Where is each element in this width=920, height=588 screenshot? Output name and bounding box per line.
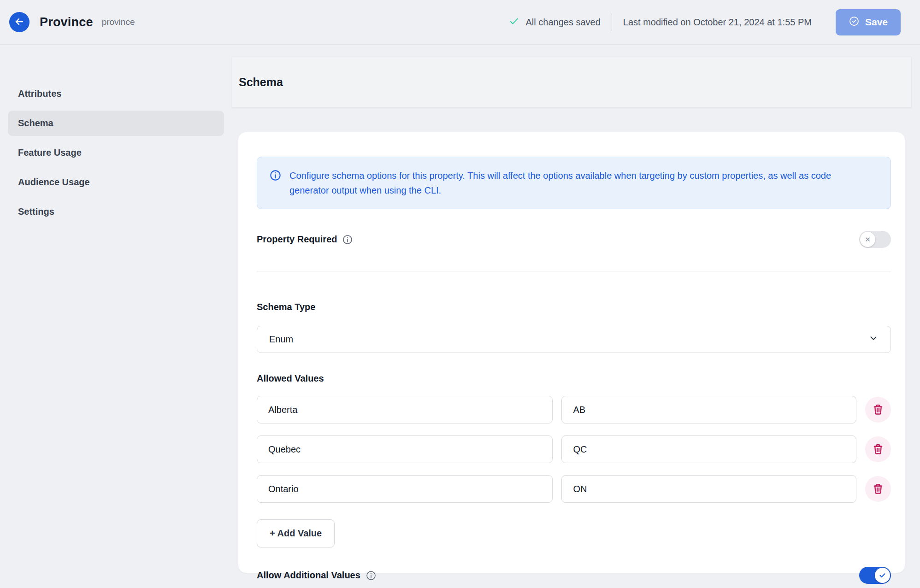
allowed-value-row bbox=[257, 396, 891, 423]
section-titlebar: Schema bbox=[232, 57, 912, 107]
value-name-input[interactable] bbox=[257, 396, 553, 423]
info-circle-icon bbox=[269, 169, 282, 198]
check-icon bbox=[508, 16, 519, 29]
allow-additional-label: Allow Additional Values bbox=[257, 570, 360, 581]
trash-icon bbox=[872, 403, 885, 417]
value-code-input[interactable] bbox=[561, 475, 856, 503]
toggle-knob: ✕ bbox=[875, 568, 890, 583]
schema-type-value: Enum bbox=[269, 334, 293, 345]
add-value-button[interactable]: + Add Value bbox=[257, 519, 335, 547]
sidebar-item-audience-usage[interactable]: Audience Usage bbox=[8, 170, 224, 195]
toggle-knob: ✕ bbox=[860, 232, 875, 247]
schema-card: Configure schema options for this proper… bbox=[238, 132, 905, 573]
info-circle-icon[interactable] bbox=[366, 570, 377, 581]
info-banner: Configure schema options for this proper… bbox=[257, 157, 891, 209]
allow-additional-toggle[interactable]: ✕ bbox=[859, 567, 891, 584]
last-modified-text: Last modified on October 21, 2024 at 1:5… bbox=[623, 17, 812, 28]
back-button[interactable] bbox=[9, 12, 29, 32]
value-name-input[interactable] bbox=[257, 475, 553, 503]
info-circle-icon[interactable] bbox=[342, 234, 353, 245]
value-name-input[interactable] bbox=[257, 435, 553, 463]
page-header-title: Province bbox=[40, 15, 93, 29]
allowed-value-row bbox=[257, 475, 891, 503]
save-button-label: Save bbox=[865, 17, 888, 28]
top-header: Province province All changes saved Last… bbox=[0, 0, 920, 45]
property-required-label: Property Required bbox=[257, 234, 337, 245]
circle-check-icon bbox=[849, 16, 860, 29]
settings-sidebar: Attributes Schema Feature Usage Audience… bbox=[0, 45, 232, 229]
chevron-down-icon bbox=[868, 333, 879, 346]
delete-value-button[interactable] bbox=[865, 397, 891, 423]
property-required-row: Property Required ✕ bbox=[257, 231, 891, 248]
check-icon bbox=[879, 571, 886, 579]
save-button[interactable]: Save bbox=[836, 9, 901, 35]
sidebar-item-attributes[interactable]: Attributes bbox=[8, 81, 224, 106]
sidebar-item-schema[interactable]: Schema bbox=[8, 111, 224, 136]
header-divider bbox=[612, 13, 612, 31]
property-required-toggle[interactable]: ✕ bbox=[859, 231, 891, 248]
section-title: Schema bbox=[239, 76, 283, 89]
sidebar-item-feature-usage[interactable]: Feature Usage bbox=[8, 140, 224, 165]
schema-type-label: Schema Type bbox=[257, 302, 891, 312]
trash-icon bbox=[872, 442, 885, 457]
allowed-values-label: Allowed Values bbox=[257, 373, 891, 384]
x-icon: ✕ bbox=[865, 235, 871, 244]
delete-value-button[interactable] bbox=[865, 436, 891, 462]
trash-icon bbox=[872, 482, 885, 496]
value-code-input[interactable] bbox=[561, 435, 856, 463]
info-banner-text: Configure schema options for this proper… bbox=[289, 168, 879, 198]
sidebar-item-settings[interactable]: Settings bbox=[8, 199, 224, 224]
section-divider bbox=[257, 271, 891, 271]
saved-status: All changes saved bbox=[525, 17, 600, 28]
page-header-subtitle: province bbox=[102, 17, 135, 27]
arrow-left-icon bbox=[14, 16, 25, 29]
allowed-value-row bbox=[257, 435, 891, 463]
allow-additional-row: Allow Additional Values ✕ bbox=[257, 567, 891, 584]
schema-type-select[interactable]: Enum bbox=[257, 326, 891, 353]
value-code-input[interactable] bbox=[561, 396, 856, 423]
delete-value-button[interactable] bbox=[865, 476, 891, 502]
